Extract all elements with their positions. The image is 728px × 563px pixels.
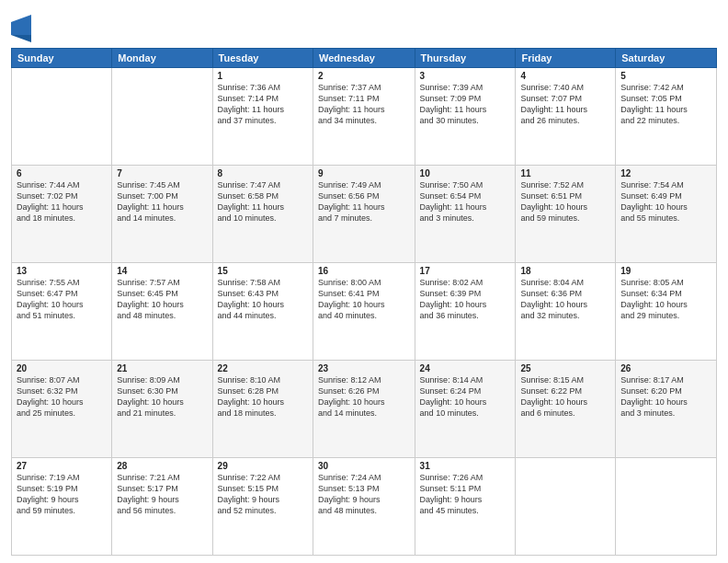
- weekday-header-thursday: Thursday: [415, 49, 516, 68]
- day-info: Sunrise: 7:39 AM Sunset: 7:09 PM Dayligh…: [420, 82, 511, 127]
- calendar-cell: 1Sunrise: 7:36 AM Sunset: 7:14 PM Daylig…: [212, 68, 313, 166]
- calendar-cell: 29Sunrise: 7:22 AM Sunset: 5:15 PM Dayli…: [212, 458, 313, 556]
- calendar-cell: 14Sunrise: 7:57 AM Sunset: 6:45 PM Dayli…: [112, 263, 212, 361]
- day-info: Sunrise: 8:02 AM Sunset: 6:39 PM Dayligh…: [420, 277, 511, 322]
- calendar-cell: 31Sunrise: 7:26 AM Sunset: 5:11 PM Dayli…: [415, 458, 516, 556]
- day-info: Sunrise: 7:21 AM Sunset: 5:17 PM Dayligh…: [117, 472, 207, 517]
- day-info: Sunrise: 7:58 AM Sunset: 6:43 PM Dayligh…: [218, 277, 308, 322]
- weekday-header-monday: Monday: [112, 49, 212, 68]
- day-number: 5: [620, 71, 711, 81]
- calendar-cell: 19Sunrise: 8:05 AM Sunset: 6:34 PM Dayli…: [616, 263, 717, 361]
- svg-marker-0: [11, 15, 31, 35]
- calendar-cell: 21Sunrise: 8:09 AM Sunset: 6:30 PM Dayli…: [112, 361, 212, 458]
- calendar-cell: 26Sunrise: 8:17 AM Sunset: 6:20 PM Dayli…: [616, 361, 717, 458]
- day-number: 17: [420, 266, 511, 276]
- day-info: Sunrise: 8:17 AM Sunset: 6:20 PM Dayligh…: [620, 374, 711, 419]
- day-number: 14: [117, 266, 207, 276]
- day-number: 9: [318, 168, 410, 178]
- calendar-cell: 22Sunrise: 8:10 AM Sunset: 6:28 PM Dayli…: [212, 361, 313, 458]
- calendar-cell: 11Sunrise: 7:52 AM Sunset: 6:51 PM Dayli…: [516, 166, 616, 263]
- day-number: 12: [620, 168, 711, 178]
- day-number: 18: [520, 266, 610, 276]
- day-info: Sunrise: 7:19 AM Sunset: 5:19 PM Dayligh…: [17, 472, 107, 517]
- calendar-cell: 10Sunrise: 7:50 AM Sunset: 6:54 PM Dayli…: [415, 166, 516, 263]
- weekday-header-sunday: Sunday: [12, 49, 112, 68]
- weekday-header-saturday: Saturday: [616, 49, 717, 68]
- day-info: Sunrise: 7:54 AM Sunset: 6:49 PM Dayligh…: [620, 179, 711, 224]
- day-number: 8: [218, 168, 308, 178]
- calendar-cell: 30Sunrise: 7:24 AM Sunset: 5:13 PM Dayli…: [313, 458, 415, 556]
- calendar-cell: 3Sunrise: 7:39 AM Sunset: 7:09 PM Daylig…: [415, 68, 516, 166]
- day-info: Sunrise: 7:57 AM Sunset: 6:45 PM Dayligh…: [117, 277, 207, 322]
- calendar-cell: 4Sunrise: 7:40 AM Sunset: 7:07 PM Daylig…: [516, 68, 616, 166]
- calendar-cell: 9Sunrise: 7:49 AM Sunset: 6:56 PM Daylig…: [313, 166, 415, 263]
- day-number: 26: [620, 363, 711, 373]
- page: SundayMondayTuesdayWednesdayThursdayFrid…: [0, 0, 728, 563]
- day-number: 16: [318, 266, 410, 276]
- logo: [11, 13, 34, 42]
- day-info: Sunrise: 8:07 AM Sunset: 6:32 PM Dayligh…: [17, 374, 107, 419]
- calendar-cell: 8Sunrise: 7:47 AM Sunset: 6:58 PM Daylig…: [212, 166, 313, 263]
- weekday-header-wednesday: Wednesday: [313, 49, 415, 68]
- day-number: 23: [318, 363, 410, 373]
- day-number: 22: [218, 363, 308, 373]
- calendar-cell: 13Sunrise: 7:55 AM Sunset: 6:47 PM Dayli…: [12, 263, 112, 361]
- day-info: Sunrise: 7:49 AM Sunset: 6:56 PM Dayligh…: [318, 179, 410, 224]
- calendar-cell: 28Sunrise: 7:21 AM Sunset: 5:17 PM Dayli…: [112, 458, 212, 556]
- calendar-week-3: 13Sunrise: 7:55 AM Sunset: 6:47 PM Dayli…: [12, 263, 717, 361]
- calendar-cell: 12Sunrise: 7:54 AM Sunset: 6:49 PM Dayli…: [616, 166, 717, 263]
- calendar-cell: 15Sunrise: 7:58 AM Sunset: 6:43 PM Dayli…: [212, 263, 313, 361]
- day-number: 1: [218, 71, 308, 81]
- calendar-week-5: 27Sunrise: 7:19 AM Sunset: 5:19 PM Dayli…: [12, 458, 717, 556]
- day-info: Sunrise: 7:45 AM Sunset: 7:00 PM Dayligh…: [117, 179, 207, 224]
- day-info: Sunrise: 7:47 AM Sunset: 6:58 PM Dayligh…: [218, 179, 308, 224]
- day-info: Sunrise: 8:15 AM Sunset: 6:22 PM Dayligh…: [520, 374, 610, 419]
- day-number: 4: [520, 71, 610, 81]
- day-number: 3: [420, 71, 511, 81]
- calendar-cell: [12, 68, 112, 166]
- day-info: Sunrise: 7:36 AM Sunset: 7:14 PM Dayligh…: [218, 82, 308, 127]
- header: [11, 9, 717, 42]
- calendar-cell: 25Sunrise: 8:15 AM Sunset: 6:22 PM Dayli…: [516, 361, 616, 458]
- weekday-header-row: SundayMondayTuesdayWednesdayThursdayFrid…: [12, 49, 717, 68]
- day-info: Sunrise: 7:24 AM Sunset: 5:13 PM Dayligh…: [318, 472, 410, 517]
- calendar-cell: 23Sunrise: 8:12 AM Sunset: 6:26 PM Dayli…: [313, 361, 415, 458]
- calendar-cell: [516, 458, 616, 556]
- day-number: 10: [420, 168, 511, 178]
- day-number: 27: [17, 461, 107, 471]
- day-number: 31: [420, 461, 511, 471]
- day-number: 28: [117, 461, 207, 471]
- day-info: Sunrise: 8:00 AM Sunset: 6:41 PM Dayligh…: [318, 277, 410, 322]
- calendar-cell: [112, 68, 212, 166]
- day-info: Sunrise: 7:55 AM Sunset: 6:47 PM Dayligh…: [17, 277, 107, 322]
- calendar-week-4: 20Sunrise: 8:07 AM Sunset: 6:32 PM Dayli…: [12, 361, 717, 458]
- day-number: 29: [218, 461, 308, 471]
- day-info: Sunrise: 8:04 AM Sunset: 6:36 PM Dayligh…: [520, 277, 610, 322]
- calendar-cell: [616, 458, 717, 556]
- weekday-header-friday: Friday: [516, 49, 616, 68]
- day-number: 15: [218, 266, 308, 276]
- day-number: 6: [17, 168, 107, 178]
- day-info: Sunrise: 7:26 AM Sunset: 5:11 PM Dayligh…: [420, 472, 511, 517]
- day-number: 20: [17, 363, 107, 373]
- day-info: Sunrise: 7:44 AM Sunset: 7:02 PM Dayligh…: [17, 179, 107, 224]
- day-info: Sunrise: 8:10 AM Sunset: 6:28 PM Dayligh…: [218, 374, 308, 419]
- calendar-cell: 17Sunrise: 8:02 AM Sunset: 6:39 PM Dayli…: [415, 263, 516, 361]
- calendar-cell: 18Sunrise: 8:04 AM Sunset: 6:36 PM Dayli…: [516, 263, 616, 361]
- day-info: Sunrise: 7:37 AM Sunset: 7:11 PM Dayligh…: [318, 82, 410, 127]
- day-info: Sunrise: 8:14 AM Sunset: 6:24 PM Dayligh…: [420, 374, 511, 419]
- calendar-table: SundayMondayTuesdayWednesdayThursdayFrid…: [11, 48, 717, 556]
- day-number: 30: [318, 461, 410, 471]
- calendar-cell: 20Sunrise: 8:07 AM Sunset: 6:32 PM Dayli…: [12, 361, 112, 458]
- calendar-cell: 7Sunrise: 7:45 AM Sunset: 7:00 PM Daylig…: [112, 166, 212, 263]
- calendar-week-1: 1Sunrise: 7:36 AM Sunset: 7:14 PM Daylig…: [12, 68, 717, 166]
- calendar-cell: 27Sunrise: 7:19 AM Sunset: 5:19 PM Dayli…: [12, 458, 112, 556]
- day-number: 19: [620, 266, 711, 276]
- day-info: Sunrise: 7:40 AM Sunset: 7:07 PM Dayligh…: [520, 82, 610, 127]
- calendar-cell: 5Sunrise: 7:42 AM Sunset: 7:05 PM Daylig…: [616, 68, 717, 166]
- calendar-cell: 24Sunrise: 8:14 AM Sunset: 6:24 PM Dayli…: [415, 361, 516, 458]
- day-number: 25: [520, 363, 610, 373]
- day-info: Sunrise: 7:50 AM Sunset: 6:54 PM Dayligh…: [420, 179, 511, 224]
- day-number: 2: [318, 71, 410, 81]
- day-number: 24: [420, 363, 511, 373]
